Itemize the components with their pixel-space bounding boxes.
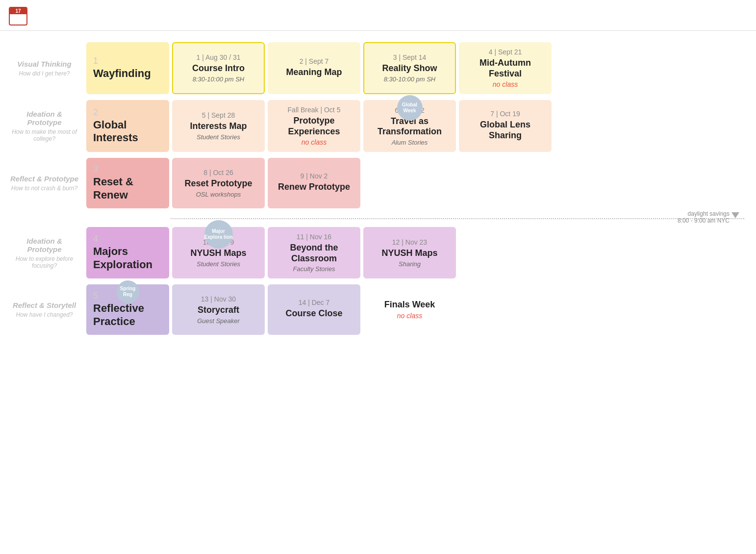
week-number: 1 | Aug 30 / 31 — [196, 53, 240, 61]
empty-week-cell — [650, 42, 743, 94]
calendar-icon: 17 — [9, 7, 27, 25]
no-class-label: no class — [302, 138, 327, 146]
sprint-name: Majors Exploration — [93, 245, 162, 271]
sprint-cell: 5Reflective PracticeSpring Reg — [86, 284, 169, 335]
week-topic: Meaning Map — [286, 67, 342, 78]
tool-name: Visual Thinking — [17, 60, 71, 68]
week-topic: Course Close — [285, 308, 342, 319]
dotted-separator-row: daylight savings 8:00 - 9:00 am NYC — [4, 213, 752, 225]
no-class-label: no class — [397, 312, 422, 320]
tool-cell: Ideation & PrototypeHow to explore befor… — [4, 226, 85, 280]
week-subtitle: Sharing — [399, 260, 421, 268]
sprint-number: 1 — [93, 56, 98, 65]
week-topic: Course Intro — [192, 63, 245, 74]
tool-name: Reflect & Prototype — [10, 175, 78, 183]
sprint-name: Wayfinding — [93, 67, 151, 80]
column-headers — [0, 31, 756, 41]
week-cell: 3 | Sept 14Reality Show8:30-10:00 pm SH — [363, 42, 456, 94]
sprint-cell: 2Global Interests — [86, 100, 169, 152]
sprint-number: 3 — [93, 165, 98, 174]
tool-cell: Visual ThinkingHow did I get here? — [4, 41, 85, 96]
daylight-savings-label: daylight savings 8:00 - 9:00 am NYC — [678, 210, 730, 224]
tool-cell: Reflect & PrototypeHow to not crash & bu… — [4, 156, 85, 210]
week-cell: 13 | Nov 30StorycraftGuest Speaker — [172, 284, 265, 335]
week-topic: Finals Week — [384, 300, 435, 310]
schedule-row: Reflect & StorytellHow have I changed?5R… — [4, 283, 752, 336]
sprint-name: Global Interests — [93, 119, 162, 145]
empty-week-cell — [459, 227, 552, 278]
week-topic: Reset Prototype — [184, 178, 252, 189]
header-left: 17 — [9, 7, 48, 25]
empty-week-cell — [650, 100, 743, 152]
week-topic: Renew Prototype — [278, 182, 350, 193]
empty-week-cell — [650, 158, 743, 208]
week-cell: 5 | Sept 28Interests MapStudent Stories — [172, 100, 265, 152]
dotted-line: daylight savings 8:00 - 9:00 am NYC — [171, 218, 744, 219]
header: 17 — [0, 0, 756, 31]
sprint-name: Reset & Renew — [93, 176, 162, 201]
week-cell: 14 | Dec 7Course Close — [268, 284, 360, 335]
week-cell: 7 | Oct 19Global Lens Sharing — [459, 100, 552, 152]
sprint-number: 2 — [93, 108, 98, 117]
week-subtitle: 8:30-10:00 pm SH — [193, 76, 245, 83]
col-design-sprint — [81, 35, 167, 39]
week-topic: Beyond the Classroom — [273, 243, 355, 264]
empty-week-cell — [650, 284, 743, 335]
empty-week-cell — [554, 100, 647, 152]
week-number: 5 | Sept 28 — [202, 111, 235, 119]
tool-description: How to make the most of college? — [9, 128, 80, 142]
week-cell: 12 | Nov 23NYUSH MapsSharing — [363, 227, 456, 278]
schedule-row: Ideation & PrototypeHow to make the most… — [4, 99, 752, 153]
tool-name: Reflect & Storytell — [13, 301, 76, 309]
week-subtitle: Faculty Stories — [293, 265, 335, 273]
tool-description: How have I changed? — [16, 311, 73, 318]
empty-week-cell — [363, 158, 456, 208]
week-subtitle: Alum Stories — [392, 139, 428, 146]
week-topic: Prototype Experiences — [273, 116, 355, 137]
week-number: 13 | Nov 30 — [201, 295, 236, 303]
no-class-label: no class — [493, 80, 518, 88]
week-cell: 9 | Nov 2Renew Prototype — [268, 158, 360, 208]
empty-week-cell — [459, 284, 552, 335]
week-subtitle: Student Stories — [197, 260, 240, 268]
week-topic: NYUSH Maps — [190, 248, 246, 259]
week-subtitle: Student Stories — [197, 133, 240, 141]
week-number: Fall Break | Oct 5 — [288, 106, 341, 114]
week-number: 14 | Dec 7 — [299, 299, 330, 306]
arrow-down-icon — [731, 212, 739, 218]
week-number: 4 | Sept 21 — [489, 48, 522, 56]
tool-description: How to not crash & burn? — [11, 185, 77, 192]
week-cell: 4 | Sept 21Mid-Autumn Festivalno class — [459, 42, 552, 94]
week-cell: 1 | Aug 30 / 31Course Intro8:30-10:00 pm… — [172, 42, 265, 94]
week-number: 7 | Oct 19 — [490, 110, 520, 118]
cal-month-label: 17 — [10, 8, 26, 14]
week-cell: 8 | Oct 26Reset PrototypeOSL workshops — [172, 158, 265, 208]
week-subtitle: OSL workshops — [196, 191, 241, 198]
empty-week-cell — [554, 284, 647, 335]
major-exploration-badge: Major Explora tion — [204, 220, 233, 249]
empty-week-cell — [459, 158, 552, 208]
tool-cell: Reflect & StorytellHow have I changed? — [4, 283, 85, 336]
sprint-name: Reflective Practice — [93, 302, 162, 328]
week-cell: 11 | Nov 16Beyond the ClassroomFaculty S… — [268, 227, 360, 278]
week-subtitle: 8:30-10:00 pm SH — [384, 76, 436, 83]
col-week-topic — [167, 35, 740, 39]
empty-week-cell — [554, 227, 647, 278]
week-subtitle: Guest Speaker — [197, 317, 240, 325]
tool-description: How to explore before focusing? — [9, 255, 80, 269]
tool-name: Ideation & Prototype — [9, 237, 80, 253]
week-cell: Fall Break | Oct 5Prototype Experiencesn… — [268, 100, 360, 152]
week-cell: 2 | Sept 7Meaning Map — [268, 42, 360, 94]
week-topic: Mid-Autumn Festival — [464, 58, 547, 79]
week-topic: Interests Map — [190, 121, 247, 132]
spring-reg-badge: Spring Reg — [117, 280, 139, 303]
week-number: 8 | Oct 26 — [203, 169, 233, 176]
week-topic: Storycraft — [198, 305, 239, 316]
week-number: 3 | Sept 14 — [393, 53, 426, 61]
week-number: 2 | Sept 7 — [300, 57, 329, 65]
empty-week-cell — [554, 158, 647, 208]
cal-day — [10, 14, 26, 25]
empty-week-cell — [650, 227, 743, 278]
schedule-grid: Visual ThinkingHow did I get here?1Wayfi… — [0, 41, 756, 336]
empty-week-cell — [554, 42, 647, 94]
